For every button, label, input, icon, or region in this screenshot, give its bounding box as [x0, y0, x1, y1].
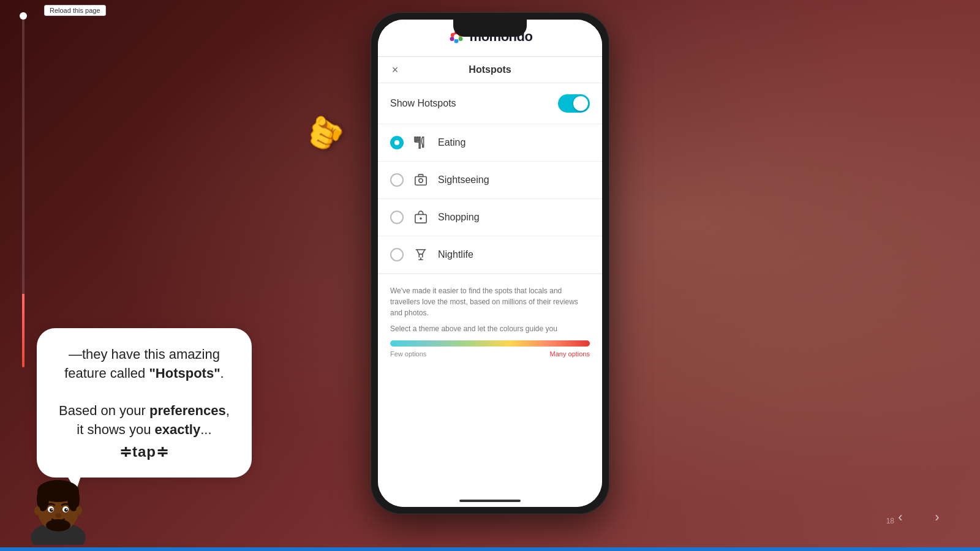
slider-track	[22, 12, 24, 367]
svg-rect-9	[418, 174, 423, 177]
nav-arrows: ‹ ›	[888, 505, 949, 530]
modal-header: × Hotspots	[378, 57, 602, 83]
radio-eating[interactable]	[390, 136, 404, 149]
phone-frame: momondo × Hotspots Show Hotspots	[371, 12, 609, 514]
phone-notch	[453, 20, 527, 37]
sightseeing-label: Sightseeing	[438, 174, 489, 186]
category-list: Eating Sightseeing	[378, 124, 602, 274]
slider-fill	[22, 294, 24, 367]
eating-icon	[412, 134, 429, 151]
close-button[interactable]: ×	[388, 62, 402, 77]
slider-thumb	[20, 12, 27, 20]
svg-point-23	[64, 508, 68, 512]
gradient-bar-container: Few options Many options	[390, 340, 590, 358]
phone-screen: momondo × Hotspots Show Hotspots	[378, 20, 602, 507]
speech-bubble-wrapper: —they have this amazing feature called "…	[37, 328, 252, 478]
category-eating[interactable]: Eating	[378, 124, 602, 162]
sightseeing-icon	[412, 171, 429, 189]
bubble-text: —they have this amazing feature called "…	[59, 345, 230, 440]
shopping-label: Shopping	[438, 212, 480, 223]
svg-point-22	[50, 508, 53, 512]
bottom-bar	[0, 547, 980, 551]
eating-label: Eating	[438, 137, 466, 148]
scroll-content: Show Hotspots	[378, 83, 602, 495]
phone-wrapper: momondo × Hotspots Show Hotspots	[371, 12, 609, 514]
radio-nightlife[interactable]	[390, 248, 404, 261]
info-section: We've made it easier to find the spots t…	[378, 274, 602, 369]
hotspots-toggle[interactable]	[558, 94, 590, 113]
svg-point-4	[450, 37, 454, 41]
nightlife-icon	[412, 246, 429, 263]
category-shopping[interactable]: Shopping	[378, 199, 602, 236]
shopping-icon	[412, 209, 429, 226]
avatar-character	[18, 465, 98, 545]
bubble-tap: ≑tap≑	[59, 443, 230, 460]
category-sightseeing[interactable]: Sightseeing	[378, 162, 602, 199]
svg-point-25	[66, 509, 67, 510]
svg-point-8	[419, 179, 423, 182]
reload-button[interactable]: Reload this page	[44, 5, 106, 16]
gradient-label-few: Few options	[390, 350, 426, 358]
gradient-label-many: Many options	[550, 350, 590, 358]
radio-dot-eating	[394, 140, 399, 145]
gradient-labels: Few options Many options	[390, 350, 590, 358]
avatar-wrapper	[18, 465, 98, 545]
svg-rect-7	[415, 177, 426, 186]
info-subtitle: Select a theme above and let the colours…	[390, 324, 590, 333]
radio-shopping[interactable]	[390, 211, 404, 224]
svg-point-24	[51, 509, 53, 510]
radio-sightseeing[interactable]	[390, 173, 404, 187]
speech-bubble: —they have this amazing feature called "…	[37, 328, 252, 478]
nightlife-label: Nightlife	[438, 249, 473, 260]
category-nightlife[interactable]: Nightlife	[378, 236, 602, 274]
info-description: We've made it easier to find the spots t…	[390, 285, 590, 318]
toggle-thumb	[573, 96, 588, 111]
svg-point-3	[454, 39, 458, 43]
show-hotspots-row[interactable]: Show Hotspots	[378, 83, 602, 124]
show-hotspots-label: Show Hotspots	[390, 98, 456, 109]
home-indicator	[378, 495, 602, 507]
svg-point-27	[46, 519, 70, 531]
svg-point-26	[55, 513, 61, 518]
gradient-bar	[390, 340, 590, 347]
svg-point-2	[458, 37, 462, 41]
home-bar	[459, 500, 521, 502]
modal-title: Hotspots	[469, 64, 511, 75]
page-number: 18	[886, 517, 894, 525]
svg-point-28	[34, 506, 40, 515]
svg-point-29	[76, 506, 82, 515]
next-arrow[interactable]: ›	[925, 505, 949, 530]
